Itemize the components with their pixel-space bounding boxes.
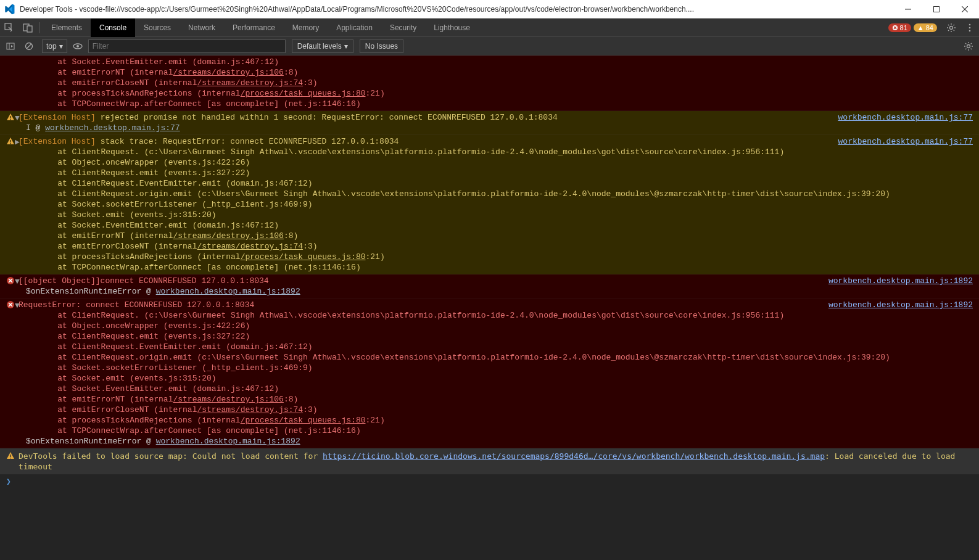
tab-lighthouse[interactable]: Lighthouse — [425, 19, 479, 37]
svg-point-12 — [969, 27, 971, 28]
stack-frame: at Socket.emit (events.js:315:20) — [38, 373, 974, 384]
disclosure-triangle[interactable]: ▼ — [15, 276, 22, 287]
warning-icon — [6, 451, 15, 460]
stack-frame: at processTicksAndRejections (internal/p… — [38, 88, 974, 99]
console-output[interactable]: at Socket.EventEmitter.emit (domain.js:4… — [0, 56, 979, 560]
stack-frame: at TCPConnectWrap.afterConnect [as oncom… — [38, 262, 974, 273]
window-title: Developer Tools - vscode-file://vscode-a… — [20, 5, 894, 14]
tab-performance[interactable]: Performance — [224, 19, 284, 37]
stack-frame: at TCPConnectWrap.afterConnect [as oncom… — [38, 426, 974, 436]
stack-frame: at emitErrorNT (internal/streams/destroy… — [38, 231, 974, 241]
warning-icon — [6, 137, 15, 146]
disclosure-triangle[interactable]: ▼ — [15, 300, 22, 311]
svg-rect-24 — [10, 143, 10, 144]
tab-console[interactable]: Console — [91, 19, 135, 37]
filter-input[interactable] — [88, 39, 286, 53]
stack-frame: at ClientRequest.emit (events.js:327:22) — [38, 168, 974, 178]
console-error-entry: ▼ RequestError: connect ECONNREFUSED 127… — [0, 299, 979, 448]
stack-frame: at ClientRequest.origin.emit (c:\Users\G… — [38, 189, 974, 199]
stack-frame: at emitErrorNT (internal/streams/destroy… — [38, 67, 974, 78]
chevron-down-icon: ▾ — [59, 42, 63, 51]
stack-frame: at Object.onceWrapper (events.js:422:26) — [38, 321, 974, 331]
stack-frame: at Socket.EventEmitter.emit (domain.js:4… — [38, 220, 974, 231]
source-link[interactable]: workbench.desktop.main.js:77 — [838, 136, 973, 147]
svg-point-13 — [969, 30, 971, 31]
context-selector[interactable]: top ▾ — [42, 39, 67, 53]
tab-elements[interactable]: Elements — [43, 19, 91, 37]
more-icon[interactable] — [960, 19, 979, 37]
stack-frame: at ClientRequest. (c:\Users\Gurmeet Sing… — [38, 310, 974, 321]
sidebar-toggle-icon[interactable] — [2, 38, 19, 54]
stack-frame: at emitErrorCloseNT (internal/streams/de… — [38, 405, 974, 415]
stack-frame: at emitErrorNT (internal/streams/destroy… — [38, 394, 974, 405]
stack-frame: at emitErrorCloseNT (internal/streams/de… — [38, 241, 974, 252]
source-link[interactable]: workbench.desktop.main.js:77 — [838, 112, 973, 123]
stack-frame: at processTicksAndRejections (internal/p… — [38, 252, 974, 262]
source-link[interactable]: workbench.desktop.main.js:1892 — [156, 287, 300, 296]
minimize-button[interactable] — [894, 0, 922, 19]
stack-frame: at ClientRequest.emit (events.js:327:22) — [38, 331, 974, 342]
console-warning-entry: DevTools failed to load source map: Coul… — [0, 448, 979, 474]
stack-frame: at processTicksAndRejections (internal/p… — [38, 415, 974, 426]
maximize-button[interactable] — [922, 0, 951, 19]
tab-security[interactable]: Security — [381, 19, 425, 37]
console-error-entry: ▼ [[object Object]]connect ECONNREFUSED … — [0, 274, 979, 299]
warning-count-badge[interactable]: ▲ 84 — [914, 23, 937, 32]
stack-frame: at ClientRequest. (c:\Users\Gurmeet Sing… — [38, 147, 974, 157]
stack-frame: at Socket.socketErrorListener (_http_cli… — [38, 363, 974, 373]
stack-frame: at ClientRequest.EventEmitter.emit (doma… — [38, 178, 974, 189]
console-warning-entry: ▼ [Extension Host] rejected promise not … — [0, 111, 979, 135]
console-warning-entry: ▶ [Extension Host] stack trace: RequestE… — [0, 135, 979, 274]
source-link[interactable]: workbench.desktop.main.js:1892 — [828, 276, 973, 286]
inspect-icon[interactable] — [0, 19, 19, 37]
clear-console-icon[interactable] — [21, 38, 37, 54]
tab-memory[interactable]: Memory — [284, 19, 328, 37]
stack-frame: at Socket.EventEmitter.emit (domain.js:4… — [38, 384, 974, 394]
disclosure-triangle[interactable]: ▼ — [15, 113, 22, 123]
source-link[interactable]: workbench.desktop.main.js:77 — [45, 123, 180, 133]
vscode-icon — [4, 4, 15, 15]
tab-application[interactable]: Application — [328, 19, 381, 37]
source-map-url[interactable]: https://ticino.blob.core.windows.net/sou… — [323, 451, 825, 461]
disclosure-triangle[interactable]: ▶ — [15, 137, 22, 147]
svg-point-20 — [967, 44, 970, 47]
svg-rect-22 — [10, 119, 10, 120]
stack-frame: at emitErrorCloseNT (internal/streams/de… — [38, 78, 974, 88]
log-levels-selector[interactable]: Default levels ▾ — [292, 39, 353, 53]
svg-rect-6 — [27, 26, 32, 32]
stack-frame: at Socket.socketErrorListener (_http_cli… — [38, 199, 974, 210]
source-link[interactable]: workbench.desktop.main.js:1892 — [156, 437, 300, 446]
extension-host-tag: [Extension Host] — [19, 137, 96, 146]
issues-button[interactable]: No Issues — [360, 39, 403, 53]
svg-rect-14 — [7, 43, 14, 49]
tab-sources[interactable]: Sources — [135, 19, 180, 37]
live-expression-icon[interactable] — [70, 38, 86, 54]
tab-network[interactable]: Network — [180, 19, 224, 37]
device-toggle-icon[interactable] — [19, 19, 37, 37]
console-toolbar: top ▾ Default levels ▾ No Issues — [0, 37, 979, 56]
svg-point-11 — [969, 23, 971, 25]
console-settings-icon[interactable] — [960, 38, 977, 54]
error-icon — [6, 276, 15, 285]
stack-frame: at Socket.emit (events.js:315:20) — [38, 210, 974, 220]
error-count-badge[interactable]: 81 — [888, 23, 911, 32]
svg-rect-31 — [10, 455, 10, 457]
svg-rect-23 — [10, 140, 10, 142]
stack-frame: at Socket.EventEmitter.emit (domain.js:4… — [38, 57, 974, 67]
settings-icon[interactable] — [942, 19, 960, 37]
console-prompt[interactable]: ❯ — [0, 474, 979, 488]
svg-point-19 — [76, 45, 79, 47]
svg-line-17 — [27, 44, 31, 49]
extension-host-tag: [Extension Host] — [19, 113, 96, 122]
stack-frame: at Object.onceWrapper (events.js:422:26) — [38, 157, 974, 168]
stack-frame: at ClientRequest.origin.emit (c:\Users\G… — [38, 352, 974, 363]
warning-icon — [6, 113, 15, 121]
error-icon — [6, 300, 15, 309]
source-link[interactable]: workbench.desktop.main.js:1892 — [828, 300, 973, 310]
stack-frame: at ClientRequest.EventEmitter.emit (doma… — [38, 342, 974, 352]
stack-frame: at TCPConnectWrap.afterConnect [as oncom… — [38, 99, 974, 109]
svg-rect-1 — [934, 6, 940, 12]
svg-rect-32 — [10, 458, 10, 458]
close-button[interactable] — [951, 0, 979, 19]
titlebar: Developer Tools - vscode-file://vscode-a… — [0, 0, 979, 19]
